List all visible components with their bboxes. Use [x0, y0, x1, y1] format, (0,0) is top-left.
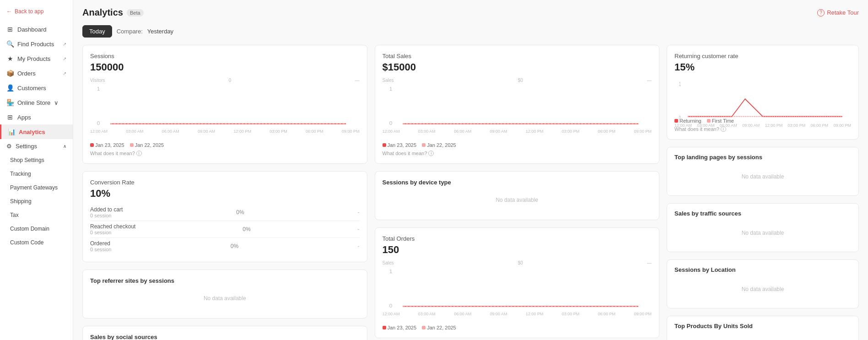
sidebar-item-apps[interactable]: ⊞ Apps	[0, 110, 73, 124]
top-products-title: Top Products By Units Sold	[674, 323, 851, 329]
store-icon: 🏪	[6, 99, 14, 106]
cart-sublabel: 0 session	[90, 213, 123, 218]
rcr-chart-svg: 1 0	[674, 78, 851, 124]
sidebar-item-payment-gateways[interactable]: Payment Gateways	[6, 181, 73, 194]
sidebar-item-tracking[interactable]: Tracking	[6, 167, 73, 181]
search-icon: 🔍	[6, 40, 14, 48]
sidebar-item-label: Orders	[17, 70, 36, 77]
sales-traffic-card: Sales by traffic sources No data availab…	[667, 203, 859, 252]
sessions-location-title: Sessions by Location	[674, 266, 851, 273]
sidebar-item-shipping[interactable]: Shipping	[6, 194, 73, 208]
custom-domain-label: Custom Domain	[10, 226, 49, 232]
sidebar-item-custom-domain[interactable]: Custom Domain	[6, 222, 73, 236]
analytics-icon: 📊	[8, 128, 15, 135]
sidebar-item-orders[interactable]: 📦 Orders ↗	[0, 66, 73, 81]
conversion-rows: Added to cart 0 session 0% - Reached che…	[90, 204, 360, 254]
sidebar-item-label: Analytics	[19, 129, 45, 135]
custom-code-label: Custom Code	[10, 239, 43, 246]
rcr-time-labels: 12:00 AM03:00 AM06:00 AM09:00 AM12:00 PM…	[674, 123, 851, 128]
ordered-label: Ordered	[90, 240, 111, 247]
sidebar-item-analytics[interactable]: 📊 Analytics	[0, 124, 73, 139]
sessions-time-labels: 12:00 AM03:00 AM06:00 AM09:00 AM12:00 PM…	[90, 129, 360, 134]
beta-badge: Beta	[127, 9, 144, 16]
sales-legend2: Jan 22, 2025	[427, 142, 456, 148]
legend-dot-jan22-orders	[422, 326, 426, 329]
total-sales-title: Total Sales	[383, 53, 652, 59]
retake-tour-button[interactable]: ? Retake Tour	[817, 9, 859, 16]
minus-icon: —	[355, 78, 359, 83]
sessions-legend1: Jan 23, 2025	[95, 142, 124, 148]
visitors-label: Visitors	[90, 78, 105, 83]
total-sales-chart-svg: 1 0	[383, 84, 652, 130]
right-column: Returning customer rate 15% 1 0 12:00 AM…	[667, 45, 859, 340]
total-orders-value: 150	[383, 244, 652, 256]
settings-icon: ⚙	[6, 143, 12, 150]
settings-submenu: Shop Settings Tracking Payment Gateways …	[0, 153, 73, 249]
sessions-what-mean[interactable]: What does it mean? i	[90, 151, 360, 156]
checkout-label: Reached checkout	[90, 223, 135, 230]
sessions-location-no-data: No data available	[674, 277, 851, 302]
today-filter-button[interactable]: Today	[82, 25, 112, 38]
payment-gateways-label: Payment Gateways	[10, 184, 58, 191]
sidebar-item-customers[interactable]: 👤 Customers	[0, 81, 73, 95]
info-icon-sales: i	[428, 151, 434, 156]
sessions-location-card: Sessions by Location No data available	[667, 259, 859, 308]
cart-label: Added to cart	[90, 206, 123, 213]
left-column: Sessions 150000 Visitors 0 — 1 0	[82, 45, 367, 340]
shipping-label: Shipping	[10, 198, 32, 205]
sessions-chart-svg: 1 0	[90, 84, 360, 130]
main-content: Analytics Beta ? Retake Tour Today Compa…	[73, 0, 868, 340]
total-orders-chart-svg: 1 0	[383, 266, 652, 312]
total-orders-card: Total Orders 150 Sales $0 — 1 0	[375, 227, 660, 338]
total-orders-chart: 1 0 12:00 AM03:00 AM06:00 AM09:00 AM12:0…	[383, 266, 652, 321]
chevron-down-icon: ∧	[63, 144, 66, 149]
sidebar-item-my-products[interactable]: ★ My Products ↗	[0, 51, 73, 66]
sidebar-item-custom-code[interactable]: Custom Code	[6, 236, 73, 249]
apps-icon: ⊞	[6, 113, 14, 121]
sidebar-item-shop-settings[interactable]: Shop Settings	[6, 153, 73, 167]
returning-customer-card: Returning customer rate 15% 1 0 12:00 AM…	[667, 45, 859, 140]
sidebar-item-label: My Products	[17, 55, 50, 62]
orders-legend2: Jan 22, 2025	[427, 325, 456, 330]
back-to-app-button[interactable]: ← Back to app	[0, 5, 73, 18]
total-sales-what-mean[interactable]: What does it mean? i	[383, 151, 652, 156]
sidebar-item-label: Customers	[17, 85, 46, 92]
sidebar-item-find-products[interactable]: 🔍 Find Products ↗	[0, 37, 73, 51]
sidebar-item-online-store[interactable]: 🏪 Online Store ∨	[0, 95, 73, 110]
cart-pct: 0%	[236, 209, 244, 216]
settings-label: Settings	[16, 143, 37, 150]
sidebar-item-settings[interactable]: ⚙ Settings ∧	[0, 139, 73, 153]
sales-social-title: Sales by social sources	[90, 334, 360, 340]
legend-dot-jan22	[130, 143, 134, 147]
compare-label: Compare:	[117, 28, 143, 35]
svg-text:1: 1	[389, 86, 392, 92]
sessions-card: Sessions 150000 Visitors 0 — 1 0	[82, 45, 367, 164]
sidebar-item-label: Find Products	[17, 41, 54, 48]
sales-value: $0	[518, 78, 523, 83]
back-arrow-icon: ←	[6, 8, 12, 15]
shop-settings-label: Shop Settings	[10, 157, 44, 163]
sidebar-item-tax[interactable]: Tax	[6, 208, 73, 222]
legend-dot-jan23-orders	[383, 326, 386, 329]
help-circle-icon: ?	[817, 9, 825, 16]
filters-bar: Today Compare: Yesterday	[82, 25, 859, 38]
sidebar-item-dashboard[interactable]: ⊞ Dashboard	[0, 22, 73, 37]
total-orders-title: Total Orders	[383, 235, 652, 242]
rcr-chart: 1 0 12:00 AM03:00 AM06:00 AM09:00 AM12:0…	[674, 78, 851, 114]
sales-legend1: Jan 23, 2025	[388, 142, 417, 148]
top-referrer-card: Top referrer sites by sessions No data a…	[82, 270, 367, 318]
customers-icon: 👤	[6, 84, 14, 92]
rcr-value: 15%	[674, 61, 851, 73]
external-link-icon: ↗	[63, 71, 66, 76]
ordered-pct: 0%	[231, 243, 238, 249]
retake-tour-label: Retake Tour	[827, 9, 859, 16]
sales-traffic-no-data: No data available	[674, 221, 851, 245]
minus-icon-orders: —	[647, 260, 652, 265]
info-icon: i	[136, 151, 142, 156]
svg-text:1: 1	[679, 81, 681, 87]
conversion-row-ordered: Ordered 0 session 0% -	[90, 238, 360, 254]
checkout-sublabel: 0 session	[90, 230, 135, 235]
sessions-legend: Jan 23, 2025 Jan 22, 2025	[90, 142, 360, 148]
tracking-label: Tracking	[10, 171, 31, 177]
dashboard-icon: ⊞	[6, 26, 14, 33]
